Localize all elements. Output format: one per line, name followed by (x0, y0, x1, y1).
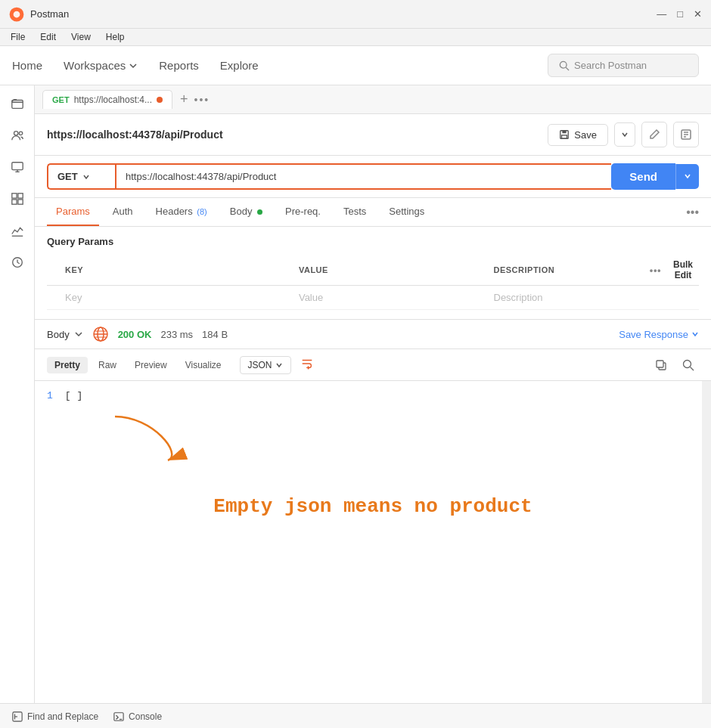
find-replace-button[interactable]: Find and Replace (12, 711, 98, 722)
headers-badge: (8) (197, 207, 206, 216)
fmt-tab-raw[interactable]: Raw (91, 357, 124, 373)
fmt-tab-pretty[interactable]: Pretty (47, 357, 88, 373)
request-header: https://localhost:44378/api/Product Save (35, 114, 711, 156)
search-response-button[interactable] (678, 355, 699, 376)
params-empty-row: Key Value Description (47, 286, 699, 310)
body-dot (257, 209, 262, 215)
params-tabs-right: ••• (686, 206, 699, 219)
row-key[interactable]: Key (59, 286, 293, 310)
tab-tests[interactable]: Tests (334, 198, 375, 226)
sidebar-icon-grid[interactable] (7, 188, 28, 209)
copy-button[interactable] (650, 355, 672, 376)
sidebar-icon-history[interactable] (7, 252, 28, 273)
params-tabs: Params Auth Headers (8) Body Pre-req. Te… (35, 198, 711, 227)
method-value: GET (57, 171, 78, 182)
save-response-label: Save Response (619, 329, 688, 340)
request-url-display: https://localhost:44378/api/Product (47, 129, 223, 141)
svg-rect-4 (11, 101, 22, 109)
svg-point-2 (560, 61, 567, 68)
description-icon-button[interactable] (673, 122, 699, 147)
sidebar-icon-folder[interactable] (7, 93, 28, 114)
response-header: Body 200 OK 233 ms 184 B Save Response (35, 320, 711, 349)
maximize-button[interactable]: □ (677, 8, 683, 20)
minimize-button[interactable]: — (657, 8, 666, 20)
sidebar-icon-monitor[interactable] (7, 156, 28, 178)
navbar-right: Search Postman (548, 54, 699, 77)
svg-rect-11 (17, 194, 22, 198)
row-check (47, 286, 59, 310)
line-number-1: 1 (47, 390, 53, 401)
nav-home[interactable]: Home (12, 56, 42, 75)
method-select[interactable]: GET (47, 163, 115, 190)
col-bulkedit-header: Bulk Edit (667, 255, 699, 286)
nav-explore[interactable]: Explore (220, 56, 259, 75)
main-layout: GET https://localhost:4... + ••• https:/… (0, 85, 711, 703)
svg-rect-17 (563, 131, 567, 134)
url-bar: GET Send (35, 156, 711, 198)
close-button[interactable]: ✕ (694, 8, 702, 20)
body-chevron-icon[interactable] (74, 330, 83, 339)
search-postman-button[interactable]: Search Postman (548, 54, 699, 77)
svg-rect-7 (11, 163, 22, 170)
url-input[interactable] (115, 163, 611, 190)
bulk-edit-button[interactable]: Bulk Edit (673, 259, 693, 280)
response-body-label: Body (47, 329, 83, 340)
console-label: Console (129, 711, 162, 722)
wrap-button[interactable] (294, 354, 320, 376)
save-chevron-button[interactable] (614, 122, 635, 147)
console-button[interactable]: Console (113, 711, 162, 722)
tab-headers[interactable]: Headers (8) (147, 198, 216, 226)
globe-icon (92, 326, 109, 342)
table-more-icon[interactable]: ••• (650, 265, 661, 276)
menu-help[interactable]: Help (106, 32, 125, 42)
new-tab-button[interactable]: + (180, 91, 188, 107)
menu-view[interactable]: View (71, 32, 91, 42)
tab-settings[interactable]: Settings (380, 198, 433, 226)
request-tab[interactable]: GET https://localhost:4... (42, 90, 172, 109)
row-desc[interactable]: Description (488, 286, 644, 310)
menubar: File Edit View Help (0, 29, 711, 46)
annotation-container (47, 409, 699, 472)
bottom-bar: Find and Replace Console (0, 703, 711, 728)
svg-rect-13 (17, 200, 22, 204)
tab-unsaved-dot (157, 97, 163, 103)
send-chevron-button[interactable] (675, 164, 699, 189)
params-more-button[interactable]: ••• (686, 206, 699, 218)
svg-point-30 (684, 360, 691, 367)
edit-icon-button[interactable] (641, 122, 667, 147)
tab-method: GET (52, 95, 70, 104)
tab-url: https://localhost:4... (74, 94, 152, 105)
nav-workspaces[interactable]: Workspaces (64, 56, 138, 75)
send-main-button[interactable]: Send (611, 163, 675, 190)
save-button[interactable]: Save (548, 124, 608, 146)
search-response-icon (682, 359, 694, 371)
svg-rect-12 (11, 200, 16, 204)
menu-file[interactable]: File (11, 32, 25, 42)
tab-auth[interactable]: Auth (104, 198, 142, 226)
sidebar-icon-chart[interactable] (7, 220, 28, 241)
nav-reports[interactable]: Reports (159, 56, 199, 75)
send-chevron-icon (684, 172, 691, 180)
fmt-tab-visualize[interactable]: Visualize (178, 357, 229, 373)
tab-body[interactable]: Body (221, 198, 272, 226)
row-value[interactable]: Value (293, 286, 488, 310)
json-format-select[interactable]: JSON (240, 356, 291, 374)
menu-edit[interactable]: Edit (40, 32, 56, 42)
sidebar-icon-team[interactable] (7, 125, 28, 146)
search-icon (559, 60, 570, 71)
svg-line-3 (566, 67, 569, 70)
query-params-title: Query Params (47, 236, 699, 247)
find-replace-icon (12, 711, 23, 722)
tab-prereq[interactable]: Pre-req. (276, 198, 330, 226)
titlebar-left: Postman (9, 7, 69, 22)
save-response-button[interactable]: Save Response (619, 329, 699, 340)
tab-params[interactable]: Params (47, 198, 99, 226)
wrap-icon (300, 357, 314, 370)
fmt-tab-preview[interactable]: Preview (127, 357, 175, 373)
tab-actions: + ••• (180, 91, 210, 107)
console-icon (113, 711, 124, 722)
tab-more-button[interactable]: ••• (194, 94, 210, 106)
params-table: KEY VALUE DESCRIPTION ••• Bulk Edit (47, 255, 699, 310)
scrollbar[interactable] (702, 381, 711, 703)
navbar-left: Home Workspaces Reports Explore (12, 56, 259, 75)
